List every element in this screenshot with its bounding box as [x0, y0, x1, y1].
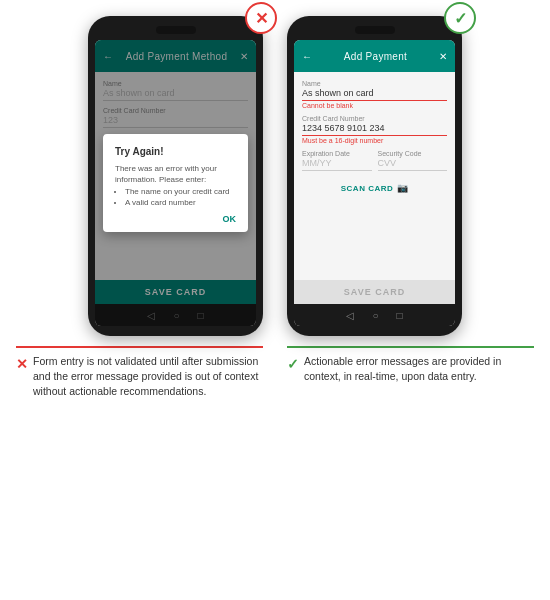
error-caption-text: Form entry is not validated until after …	[33, 354, 263, 400]
success-nav-bar: ◁ ○ □	[294, 304, 455, 326]
success-close-icon[interactable]: ✕	[439, 51, 447, 62]
dialog-body-text: There was an error with your information…	[115, 164, 217, 184]
error-divider	[16, 346, 263, 348]
success-name-label: Name	[302, 80, 447, 87]
success-exp-field: Expiration Date MM/YY	[302, 150, 372, 171]
success-back-icon[interactable]: ←	[302, 51, 312, 62]
success-cvc-value[interactable]: CVV	[378, 158, 448, 171]
success-card-error: Must be a 16-digit number	[302, 137, 447, 144]
success-nav-recent-icon[interactable]: □	[397, 310, 403, 321]
success-name-field: Name As shown on card Cannot be blank	[302, 80, 447, 109]
success-phone-screen: ← Add Payment ✕ Name As shown on card Ca…	[294, 40, 455, 326]
success-phone-notch	[355, 26, 395, 34]
success-name-error: Cannot be blank	[302, 102, 447, 109]
success-caption-text: Actionable error messages are provided i…	[304, 354, 534, 384]
captions-row: ✕ Form entry is not validated until afte…	[16, 346, 534, 400]
success-cvc-label: Security Code	[378, 150, 448, 157]
dialog-body: There was an error with your information…	[115, 163, 236, 208]
success-form-area: Name As shown on card Cannot be blank Cr…	[294, 72, 455, 280]
success-card-value[interactable]: 1234 5678 9101 234	[302, 123, 447, 136]
error-caption: ✕ Form entry is not validated until afte…	[16, 346, 263, 400]
try-again-dialog: Try Again! There was an error with your …	[103, 134, 248, 232]
success-exp-cvc-row: Expiration Date MM/YY Security Code CVV	[302, 150, 447, 171]
success-nav-back-icon[interactable]: ◁	[346, 310, 354, 321]
dialog-bullet-1: The name on your credit card	[125, 186, 236, 197]
success-app-header: ← Add Payment ✕	[294, 40, 455, 72]
dialog-bullet-2: A valid card number	[125, 197, 236, 208]
success-caption-icon: ✓	[287, 355, 299, 375]
error-phone: ← Add Payment Method ✕ Name As shown on …	[88, 16, 263, 336]
success-cvc-field: Security Code CVV	[378, 150, 448, 171]
dialog-overlay: Try Again! There was an error with your …	[95, 40, 256, 326]
success-badge-icon: ✓	[454, 9, 467, 28]
dialog-bullets: The name on your credit card A valid car…	[125, 186, 236, 208]
error-phone-container: ✕ ← Add Payment Method ✕ Name As shown o…	[88, 16, 263, 336]
success-header-title: Add Payment	[312, 51, 439, 62]
success-save-button: SAVE CARD	[294, 280, 455, 304]
phone-notch	[156, 26, 196, 34]
phones-comparison: ✕ ← Add Payment Method ✕ Name As shown o…	[16, 16, 534, 336]
camera-icon: 📷	[397, 183, 408, 193]
error-badge: ✕	[245, 2, 277, 34]
success-card-label: Credit Card Number	[302, 115, 447, 122]
success-exp-label: Expiration Date	[302, 150, 372, 157]
success-divider	[287, 346, 534, 348]
success-phone-container: ✓ ← Add Payment ✕ Name As shown on card …	[287, 16, 462, 336]
success-nav-home-icon[interactable]: ○	[372, 310, 378, 321]
success-caption: ✓ Actionable error messages are provided…	[287, 346, 534, 400]
success-card-field: Credit Card Number 1234 5678 9101 234 Mu…	[302, 115, 447, 144]
success-badge: ✓	[444, 2, 476, 34]
error-phone-screen: ← Add Payment Method ✕ Name As shown on …	[95, 40, 256, 326]
error-badge-icon: ✕	[255, 9, 268, 28]
success-name-value[interactable]: As shown on card	[302, 88, 447, 101]
scan-card-text: SCAN CARD	[341, 184, 394, 193]
dialog-ok-button[interactable]: OK	[115, 214, 236, 224]
success-phone: ← Add Payment ✕ Name As shown on card Ca…	[287, 16, 462, 336]
scan-card-row[interactable]: SCAN CARD 📷	[302, 177, 447, 199]
error-caption-icon: ✕	[16, 355, 28, 375]
dialog-title: Try Again!	[115, 146, 236, 157]
success-exp-value[interactable]: MM/YY	[302, 158, 372, 171]
